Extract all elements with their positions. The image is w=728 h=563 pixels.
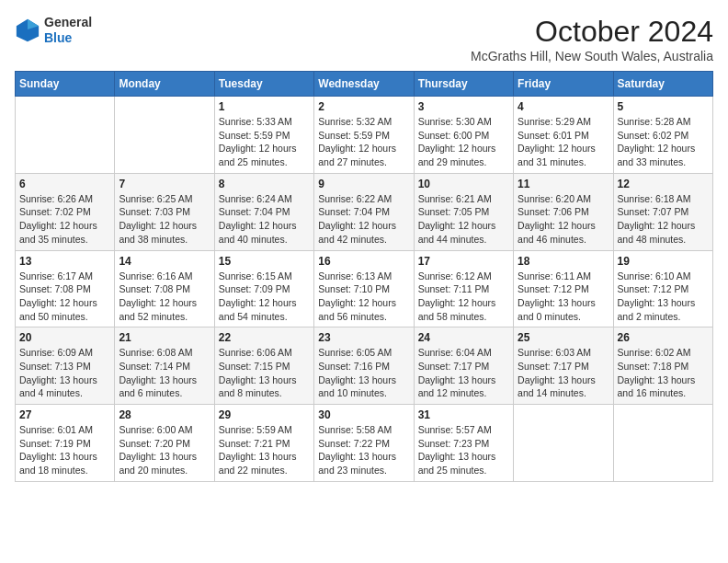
calendar-week-3: 13Sunrise: 6:17 AM Sunset: 7:08 PM Dayli… [16,250,713,327]
logo-text: General Blue [44,15,92,46]
day-number: 14 [119,255,210,268]
calendar-cell: 13Sunrise: 6:17 AM Sunset: 7:08 PM Dayli… [16,250,115,327]
day-info: Sunrise: 6:22 AM Sunset: 7:04 PM Dayligh… [318,192,409,247]
calendar-cell [514,405,613,482]
day-info: Sunrise: 6:08 AM Sunset: 7:14 PM Dayligh… [119,346,210,400]
calendar-week-5: 27Sunrise: 6:01 AM Sunset: 7:19 PM Dayli… [16,405,713,482]
day-info: Sunrise: 6:15 AM Sunset: 7:09 PM Dayligh… [219,270,310,324]
calendar-cell: 7Sunrise: 6:25 AM Sunset: 7:03 PM Daylig… [115,173,214,250]
day-number: 17 [418,255,509,268]
day-number: 29 [219,408,310,421]
day-number: 24 [418,331,509,344]
weekday-header-monday: Monday [115,72,214,97]
calendar-cell: 21Sunrise: 6:08 AM Sunset: 7:14 PM Dayli… [115,327,214,405]
calendar-cell: 27Sunrise: 6:01 AM Sunset: 7:19 PM Dayli… [16,405,115,482]
calendar-cell: 14Sunrise: 6:16 AM Sunset: 7:08 PM Dayli… [115,250,214,327]
calendar-cell: 10Sunrise: 6:21 AM Sunset: 7:05 PM Dayli… [414,173,513,250]
calendar-cell: 16Sunrise: 6:13 AM Sunset: 7:10 PM Dayli… [314,250,414,327]
day-number: 3 [418,100,509,113]
day-number: 10 [418,178,509,190]
calendar-cell: 6Sunrise: 6:26 AM Sunset: 7:02 PM Daylig… [16,173,115,250]
calendar-cell: 25Sunrise: 6:03 AM Sunset: 7:17 PM Dayli… [514,327,613,405]
day-number: 7 [119,178,210,190]
day-info: Sunrise: 6:12 AM Sunset: 7:11 PM Dayligh… [418,270,509,324]
calendar-cell [16,97,115,174]
calendar-cell: 4Sunrise: 5:29 AM Sunset: 6:01 PM Daylig… [514,97,613,174]
day-number: 11 [518,178,609,190]
day-info: Sunrise: 5:32 AM Sunset: 5:59 PM Dayligh… [318,115,409,169]
day-info: Sunrise: 6:26 AM Sunset: 7:02 PM Dayligh… [19,192,110,247]
calendar-week-1: 1Sunrise: 5:33 AM Sunset: 5:59 PM Daylig… [16,97,713,174]
calendar-cell: 2Sunrise: 5:32 AM Sunset: 5:59 PM Daylig… [314,97,414,174]
calendar-cell: 30Sunrise: 5:58 AM Sunset: 7:22 PM Dayli… [314,405,414,482]
day-number: 1 [219,100,310,113]
calendar-cell [613,405,712,482]
day-info: Sunrise: 6:01 AM Sunset: 7:19 PM Dayligh… [19,423,110,477]
calendar-cell: 31Sunrise: 5:57 AM Sunset: 7:23 PM Dayli… [414,405,513,482]
day-number: 9 [318,178,409,190]
day-info: Sunrise: 6:25 AM Sunset: 7:03 PM Dayligh… [119,192,210,247]
weekday-header-sunday: Sunday [16,72,115,97]
calendar-cell: 5Sunrise: 5:28 AM Sunset: 6:02 PM Daylig… [613,97,712,174]
day-info: Sunrise: 6:18 AM Sunset: 7:07 PM Dayligh… [618,192,709,247]
logo-icon [15,17,40,43]
calendar-week-4: 20Sunrise: 6:09 AM Sunset: 7:13 PM Dayli… [16,327,713,405]
calendar-header: SundayMondayTuesdayWednesdayThursdayFrid… [16,72,713,97]
day-number: 31 [418,408,509,421]
calendar-cell: 20Sunrise: 6:09 AM Sunset: 7:13 PM Dayli… [16,327,115,405]
calendar-cell: 8Sunrise: 6:24 AM Sunset: 7:04 PM Daylig… [214,173,313,250]
day-info: Sunrise: 6:20 AM Sunset: 7:06 PM Dayligh… [518,192,609,247]
day-info: Sunrise: 6:05 AM Sunset: 7:16 PM Dayligh… [318,346,409,400]
weekday-header-tuesday: Tuesday [214,72,313,97]
day-number: 8 [219,178,310,190]
calendar-cell [115,97,214,174]
calendar-cell: 15Sunrise: 6:15 AM Sunset: 7:09 PM Dayli… [214,250,313,327]
day-number: 2 [318,100,409,113]
day-number: 23 [318,331,409,344]
weekday-header-wednesday: Wednesday [314,72,414,97]
day-info: Sunrise: 6:10 AM Sunset: 7:12 PM Dayligh… [618,270,709,324]
day-number: 22 [219,331,310,344]
day-number: 6 [19,178,110,190]
day-info: Sunrise: 6:04 AM Sunset: 7:17 PM Dayligh… [418,346,509,400]
day-info: Sunrise: 6:17 AM Sunset: 7:08 PM Dayligh… [19,270,110,324]
day-info: Sunrise: 6:02 AM Sunset: 7:18 PM Dayligh… [618,346,709,400]
day-number: 16 [318,255,409,268]
day-info: Sunrise: 6:00 AM Sunset: 7:20 PM Dayligh… [119,423,210,477]
calendar-cell: 24Sunrise: 6:04 AM Sunset: 7:17 PM Dayli… [414,327,513,405]
day-info: Sunrise: 5:59 AM Sunset: 7:21 PM Dayligh… [219,423,310,477]
day-info: Sunrise: 5:57 AM Sunset: 7:23 PM Dayligh… [418,423,509,477]
day-number: 5 [618,100,709,113]
month-title: October 2024 [471,15,713,49]
calendar-cell: 17Sunrise: 6:12 AM Sunset: 7:11 PM Dayli… [414,250,513,327]
calendar-cell: 9Sunrise: 6:22 AM Sunset: 7:04 PM Daylig… [314,173,414,250]
calendar-cell: 23Sunrise: 6:05 AM Sunset: 7:16 PM Dayli… [314,327,414,405]
calendar-cell: 22Sunrise: 6:06 AM Sunset: 7:15 PM Dayli… [214,327,313,405]
weekday-header-thursday: Thursday [414,72,513,97]
calendar-cell: 3Sunrise: 5:30 AM Sunset: 6:00 PM Daylig… [414,97,513,174]
calendar-cell: 26Sunrise: 6:02 AM Sunset: 7:18 PM Dayli… [613,327,712,405]
day-number: 4 [518,100,609,113]
day-number: 18 [518,255,609,268]
calendar-table: SundayMondayTuesdayWednesdayThursdayFrid… [15,71,713,482]
day-info: Sunrise: 6:16 AM Sunset: 7:08 PM Dayligh… [119,270,210,324]
day-number: 19 [618,255,709,268]
day-info: Sunrise: 5:58 AM Sunset: 7:22 PM Dayligh… [318,423,409,477]
day-number: 21 [119,331,210,344]
day-number: 27 [19,408,110,421]
logo: General Blue [15,15,92,46]
day-number: 13 [19,255,110,268]
calendar-cell: 19Sunrise: 6:10 AM Sunset: 7:12 PM Dayli… [613,250,712,327]
day-info: Sunrise: 6:21 AM Sunset: 7:05 PM Dayligh… [418,192,509,247]
calendar-cell: 29Sunrise: 5:59 AM Sunset: 7:21 PM Dayli… [214,405,313,482]
day-info: Sunrise: 6:24 AM Sunset: 7:04 PM Dayligh… [219,192,310,247]
day-number: 28 [119,408,210,421]
day-number: 15 [219,255,310,268]
day-info: Sunrise: 6:03 AM Sunset: 7:17 PM Dayligh… [518,346,609,400]
day-info: Sunrise: 5:30 AM Sunset: 6:00 PM Dayligh… [418,115,509,169]
day-info: Sunrise: 6:06 AM Sunset: 7:15 PM Dayligh… [219,346,310,400]
calendar-week-2: 6Sunrise: 6:26 AM Sunset: 7:02 PM Daylig… [16,173,713,250]
day-info: Sunrise: 5:29 AM Sunset: 6:01 PM Dayligh… [518,115,609,169]
page-header: General Blue October 2024 McGraths Hill,… [15,15,713,63]
weekday-header-saturday: Saturday [613,72,712,97]
